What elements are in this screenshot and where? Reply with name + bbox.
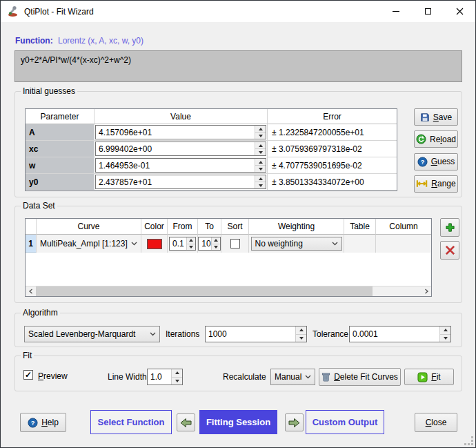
recalculate-label: Recalculate [223,372,266,382]
parameter-error: ± 3.0759369797318e-02 [268,141,397,157]
spin-down-button[interactable] [255,182,266,188]
scrollbar-thumb[interactable] [36,286,373,296]
spin-down-button[interactable] [296,335,306,342]
group-data-set: Data Set Curve Color From To Sort Weight… [14,206,462,303]
column-header-to: To [198,219,221,235]
spin-down-button[interactable] [255,166,266,172]
sort-checkbox[interactable] [230,239,240,249]
parameter-name: y0 [26,174,95,191]
parameter-value-spinbox[interactable]: 4.157096e+01 [95,125,266,139]
triangle-up-icon [444,329,448,331]
resize-grip[interactable] [465,437,473,445]
range-icon [416,179,428,188]
reload-button[interactable]: Reload [414,130,458,148]
from-spinbox[interactable]: 0.1 [169,237,196,251]
curve-color-swatch[interactable] [147,239,162,249]
line-width-spinbox[interactable]: 1.0 [147,369,183,385]
column-header-error: Error [268,109,397,124]
spin-up-button[interactable] [255,159,266,166]
chevron-down-icon [305,375,311,379]
minimize-button[interactable] [380,1,412,22]
maximize-button[interactable] [412,1,444,22]
parameter-value-spinbox[interactable]: 2.437857e+01 [95,175,266,189]
group-legend: Algorithm [21,308,60,318]
weighting-select[interactable]: No weighting [251,237,342,251]
spin-up-button[interactable] [296,327,306,335]
group-algorithm: Algorithm Scaled Levenberg-Marquardt Ite… [14,313,462,347]
scroll-left-button[interactable] [26,286,36,296]
column-header-color: Color [141,219,168,235]
range-button[interactable]: Range [414,175,458,193]
parameter-value-spinbox[interactable]: 1.464953e-01 [95,158,266,173]
guess-label: Guess [431,157,455,166]
parameters-header-row: Parameter Value Error [26,109,397,124]
parameter-value-cell: 6.999402e+00 [95,141,268,157]
tolerance-spinbox[interactable]: 0.0001 [349,326,451,342]
parameter-value-cell: 4.157096e+01 [95,124,268,141]
fit-button[interactable]: Fit [404,369,454,385]
custom-output-button[interactable]: Custom Output [306,410,384,434]
close-dialog-button[interactable]: Close [415,413,457,432]
iterations-spinbox[interactable]: 1000 [205,326,307,342]
line-width-value: 1.0 [148,369,171,384]
spin-up-button[interactable] [172,369,182,378]
triangle-up-icon [175,371,179,374]
scrollbar-track[interactable] [373,286,421,296]
spin-up-button[interactable] [212,237,220,244]
curve-select[interactable]: MultiPeak_Ampl [1:123] [37,235,141,253]
horizontal-scrollbar[interactable] [26,286,431,296]
remove-curve-button[interactable] [440,241,459,260]
add-curve-button[interactable] [440,218,459,237]
parameter-value: 6.999402e+00 [96,142,255,155]
select-function-button[interactable]: Select Function [90,410,172,434]
group-fit: Fit Preview Line Width 1.0 Recalculate M… [14,356,462,391]
parameter-value: 2.437857e+01 [96,175,255,188]
formula-editor[interactable]: y0+2*A/PI*w/(4*(x-xc)^2+w^2) [14,50,462,82]
fitting-session-button[interactable]: Fitting Session [199,410,277,434]
guess-button[interactable]: ? Guess [414,153,458,171]
column-header-column: Column [376,219,431,235]
column-header-parameter: Parameter [26,109,95,124]
column-header-table: Table [344,219,376,235]
spin-down-button[interactable] [187,244,195,251]
spin-up-button[interactable] [255,126,266,133]
previous-page-button[interactable] [177,413,195,431]
save-button[interactable]: Save [414,108,458,126]
function-header: Function: Lorentz (x, A, xc, w, y0) [15,36,143,46]
data-set-table: Curve Color From To Sort Weighting Table… [25,218,432,297]
algorithm-select[interactable]: Scaled Levenberg-Marquardt [24,326,160,342]
spin-down-button[interactable] [172,378,182,385]
parameter-error: ± 4.7077539051695e-02 [268,157,397,174]
parameter-value-spinbox[interactable]: 6.999402e+00 [95,142,266,156]
column-header-sort: Sort [221,219,249,235]
data-set-row: 1 MultiPeak_Ampl [1:123] 0.1 [26,235,431,253]
reload-label: Reload [430,135,456,144]
help-button[interactable]: ? Help [20,413,66,432]
maximize-icon [425,8,431,14]
delete-fit-curves-label: Delete Fit Curves [334,372,398,382]
scroll-right-button[interactable] [421,286,431,296]
to-spinbox[interactable]: 10 [198,237,220,251]
spin-down-button[interactable] [255,149,266,155]
delete-fit-curves-button[interactable]: Delete Fit Curves [319,368,401,386]
curve-cell: MultiPeak_Ampl [1:123] [37,235,141,253]
recalculate-select[interactable]: Manual [270,369,315,385]
parameter-row-w: w 1.464953e-01 ± 4.7077539051695e-02 [26,157,397,174]
preview-checkbox[interactable] [23,370,33,380]
question-icon: ? [417,157,428,167]
triangle-down-icon [175,380,179,382]
spin-down-button[interactable] [255,133,266,139]
spin-up-button[interactable] [440,327,450,335]
spin-down-button[interactable] [440,335,450,342]
spin-up-button[interactable] [255,175,266,182]
next-page-button[interactable] [285,413,304,431]
spin-up-button[interactable] [187,237,195,244]
triangle-down-icon [259,151,263,154]
spin-up-button[interactable] [255,142,266,149]
spin-down-button[interactable] [212,244,220,251]
save-icon [420,113,430,122]
fit-wizard-dialog: QtiPlot - Fit Wizard Function: Lorentz (… [0,0,476,448]
close-window-button[interactable] [444,1,475,22]
triangle-up-icon [259,161,263,164]
question-icon: ? [28,418,38,428]
